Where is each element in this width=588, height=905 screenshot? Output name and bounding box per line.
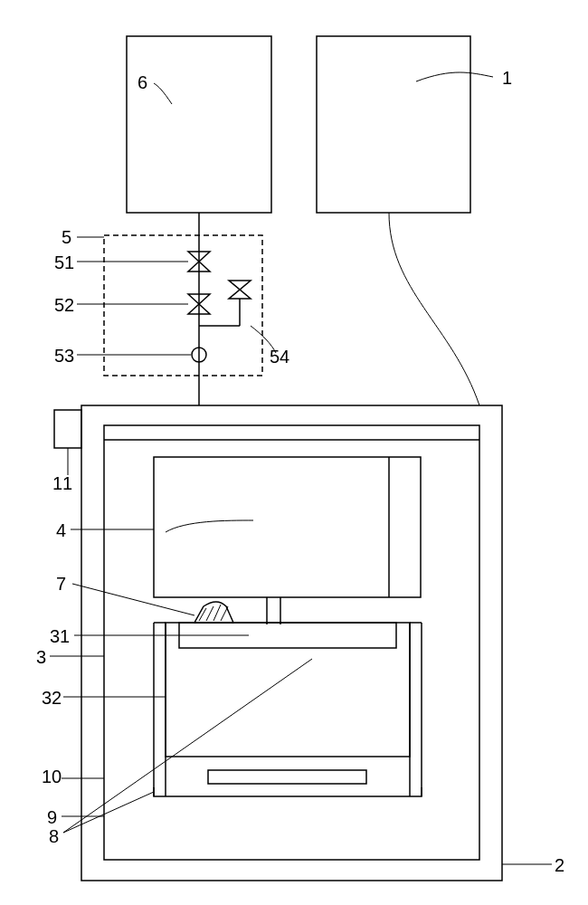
label-2: 2 [555, 855, 564, 876]
box-4 [154, 457, 421, 597]
box-6 [127, 36, 271, 213]
label-3: 3 [36, 647, 46, 668]
main-enclosure [81, 405, 502, 881]
svg-line-17 [206, 606, 213, 621]
label-5: 5 [62, 227, 71, 248]
inner-frame-9 [104, 425, 479, 860]
label-8: 8 [49, 826, 59, 847]
svg-line-16 [199, 608, 206, 621]
element-8-bracket [154, 787, 422, 796]
label-54: 54 [270, 347, 289, 367]
svg-line-18 [213, 605, 221, 621]
label-52: 52 [54, 295, 74, 316]
label-53: 53 [54, 346, 74, 367]
svg-line-20 [72, 584, 194, 615]
valve-54 [229, 281, 251, 299]
box-32 [166, 623, 410, 757]
label-9: 9 [47, 807, 57, 828]
label-1: 1 [502, 68, 512, 89]
label-31: 31 [50, 626, 70, 647]
schematic-diagram: 1 6 5 51 52 53 54 11 4 7 31 3 32 10 9 8 … [0, 0, 588, 905]
label-11: 11 [52, 473, 72, 494]
label-51: 51 [54, 252, 74, 273]
box-1 [317, 36, 470, 213]
svg-line-19 [221, 606, 228, 621]
label-4: 4 [56, 520, 66, 541]
label-10: 10 [42, 767, 62, 787]
label-32: 32 [42, 688, 62, 709]
svg-line-29 [63, 792, 154, 833]
element-8-inner [208, 770, 366, 784]
element-7 [194, 602, 233, 623]
label-7: 7 [56, 574, 66, 595]
svg-line-30 [63, 659, 312, 833]
label-6: 6 [138, 72, 147, 93]
box-11 [54, 410, 81, 448]
